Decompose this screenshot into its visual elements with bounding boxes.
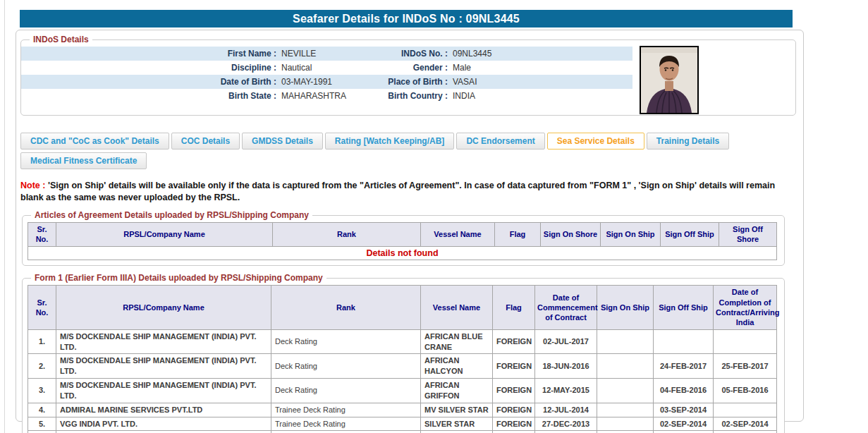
form1-header-row: Sr. No. RPSL/Company Name Rank Vessel Na… xyxy=(28,286,777,329)
column-header-vessel-name: Vessel Name xyxy=(421,286,493,329)
table-row: 5. VGG INDIA PVT. LTD. Trainee Deck Rati… xyxy=(28,417,777,431)
cell-sign-on-ship xyxy=(597,354,654,379)
indos-details-legend: INDoS Details xyxy=(30,35,92,44)
cell-commencement-date: 18-JUN-2016 xyxy=(535,354,597,379)
tab-training-details[interactable]: Training Details xyxy=(647,133,729,150)
cell-completion-date: 25-FEB-2017 xyxy=(714,354,777,379)
table-row: 4. ADMIRAL MARINE SERVICES PVT.LTD Train… xyxy=(28,403,777,417)
table-row: 1. M/S DOCKENDALE SHIP MANAGEMENT (INDIA… xyxy=(28,329,777,354)
indos-row-birth-state: Birth State : MAHARASHTRA Birth Country … xyxy=(21,89,632,103)
cell-vessel: AFRICAN HALCYON xyxy=(421,354,493,379)
tab-dc-endorsement[interactable]: DC Endorsement xyxy=(456,133,544,150)
cell-flag: FOREIGN xyxy=(493,354,535,379)
indos-row-first-name: First Name : NEVILLE INDoS No. : 09NL344… xyxy=(21,47,632,61)
date-of-birth-label: Date of Birth : xyxy=(21,77,276,87)
cell-company: M/S DOCKENDALE SHIP MANAGEMENT (INDIA) P… xyxy=(56,329,271,354)
cell-completion-date: 05-FEB-2016 xyxy=(714,379,777,403)
sign-on-ship-note: Note : 'Sign on Ship' details will be av… xyxy=(20,180,782,203)
cell-company: VGG INDIA PVT. LTD. xyxy=(56,417,271,431)
cell-sign-off-ship: 24-FEB-2017 xyxy=(654,354,714,379)
page-left-edge xyxy=(4,0,5,433)
page-title: Seafarer Details for INDoS No : 09NL3445 xyxy=(20,10,793,28)
tab-gmdss-details[interactable]: GMDSS Details xyxy=(242,133,323,150)
cell-sign-off-ship xyxy=(654,329,714,354)
tab-coc-details[interactable]: COC Details xyxy=(171,133,240,150)
cell-completion-date: 02-SEP-2014 xyxy=(714,417,777,431)
discipline-value: Nautical xyxy=(276,63,360,73)
tab-bar: CDC and "CoC as Cook" Details COC Detail… xyxy=(20,133,803,150)
column-header-rpsl-company-name: RPSL/Company Name xyxy=(56,223,273,247)
first-name-value: NEVILLE xyxy=(276,49,360,59)
cell-flag: FOREIGN xyxy=(493,329,535,354)
articles-of-agreement-table: Sr. No. RPSL/Company Name Rank Vessel Na… xyxy=(27,222,777,260)
cell-completion-date xyxy=(714,329,777,354)
cell-vessel: AFRICAN BLUE CRANE xyxy=(421,329,493,354)
indos-details-rows: First Name : NEVILLE INDoS No. : 09NL344… xyxy=(21,47,632,103)
column-header-rpsl-company-name: RPSL/Company Name xyxy=(56,286,271,329)
form1-legend: Form 1 (Earlier Form IIIA) Details uploa… xyxy=(31,273,326,283)
column-header-date-of-commencement: Date of Commencement of Contract xyxy=(535,286,597,329)
table-row: 2. M/S DOCKENDALE SHIP MANAGEMENT (INDIA… xyxy=(28,354,777,379)
articles-header-row: Sr. No. RPSL/Company Name Rank Vessel Na… xyxy=(28,223,777,247)
note-text: 'Sign on Ship' details will be available… xyxy=(20,181,775,202)
indos-row-birth-date: Date of Birth : 03-MAY-1991 Place of Bir… xyxy=(21,75,632,89)
main-container: INDoS Details First Name : NEVILLE INDoS… xyxy=(16,30,804,422)
column-header-sign-off-ship: Sign Off Ship xyxy=(661,223,719,247)
cell-sign-on-ship xyxy=(597,329,654,354)
cell-commencement-date: 12-JUL-2014 xyxy=(535,403,597,417)
cell-flag: FOREIGN xyxy=(493,403,535,417)
gender-value: Male xyxy=(448,63,632,73)
table-row: 3. M/S DOCKENDALE SHIP MANAGEMENT (INDIA… xyxy=(28,379,777,403)
tab-rating-watch-keeping-ab[interactable]: Rating [Watch Keeping/AB] xyxy=(325,133,455,150)
gender-label: Gender : xyxy=(360,63,448,73)
cell-commencement-date: 12-MAY-2015 xyxy=(535,379,597,403)
cell-sign-on-ship xyxy=(597,417,654,431)
birth-state-label: Birth State : xyxy=(21,91,276,101)
cell-flag: FOREIGN xyxy=(493,379,535,403)
cell-vessel: AFRICAN GRIFFON xyxy=(421,379,493,403)
birth-country-label: Birth Country : xyxy=(360,91,448,101)
form1-section: Form 1 (Earlier Form IIIA) Details uploa… xyxy=(22,278,785,433)
cell-rank: Deck Rating xyxy=(271,354,421,379)
column-header-sign-on-shore: Sign On Shore xyxy=(541,223,601,247)
date-of-birth-value: 03-MAY-1991 xyxy=(276,77,360,87)
cell-sign-off-ship: 02-SEP-2014 xyxy=(654,417,714,431)
column-header-flag: Flag xyxy=(495,223,541,247)
tab-bar-second-row: Medical Fitness Certificate xyxy=(20,152,803,169)
birth-state-value: MAHARASHTRA xyxy=(276,91,360,101)
indos-no-value: 09NL3445 xyxy=(448,49,632,59)
cell-sr-no: 1. xyxy=(28,329,56,354)
place-of-birth-value: VASAI xyxy=(448,77,632,87)
indos-no-label: INDoS No. : xyxy=(360,49,448,59)
column-header-date-of-completion: Date of Completion of Contract/Arriving … xyxy=(714,286,777,329)
articles-empty-row: Details not found xyxy=(28,246,777,260)
column-header-sign-on-ship: Sign On Ship xyxy=(597,286,654,329)
column-header-sr-no: Sr. No. xyxy=(28,223,56,247)
tab-medical-fitness-certificate[interactable]: Medical Fitness Certificate xyxy=(20,152,147,169)
cell-sr-no: 4. xyxy=(28,403,56,417)
cell-sr-no: 5. xyxy=(28,417,56,431)
cell-vessel: MV SILVER STAR xyxy=(421,403,493,417)
seafarer-photo xyxy=(640,46,699,114)
tab-sea-service-details[interactable]: Sea Service Details xyxy=(547,133,644,150)
cell-rank: Trainee Deck Rating xyxy=(271,403,421,417)
cell-company: M/S DOCKENDALE SHIP MANAGEMENT (INDIA) P… xyxy=(56,379,271,403)
place-of-birth-label: Place of Birth : xyxy=(360,77,448,87)
cell-sign-on-ship xyxy=(597,403,654,417)
cell-rank: Deck Rating xyxy=(271,329,421,354)
cell-sign-off-ship: 03-SEP-2014 xyxy=(654,403,714,417)
cell-sign-off-ship: 04-FEB-2016 xyxy=(654,379,714,403)
column-header-vessel-name: Vessel Name xyxy=(421,223,495,247)
indos-details-section: INDoS Details First Name : NEVILLE INDoS… xyxy=(20,39,796,116)
tab-cdc-coc-as-cook-details[interactable]: CDC and "CoC as Cook" Details xyxy=(20,133,169,150)
cell-rank: Trainee Deck Rating xyxy=(271,417,421,431)
cell-rank: Deck Rating xyxy=(271,379,421,403)
discipline-label: Discipline : xyxy=(21,63,276,73)
articles-of-agreement-section: Articles of Agreement Details uploaded b… xyxy=(22,215,785,266)
cell-commencement-date: 27-DEC-2013 xyxy=(535,417,597,431)
cell-company: ADMIRAL MARINE SERVICES PVT.LTD xyxy=(56,403,271,417)
column-header-rank: Rank xyxy=(273,223,421,247)
form1-table: Sr. No. RPSL/Company Name Rank Vessel Na… xyxy=(27,285,777,433)
column-header-sign-on-ship: Sign On Ship xyxy=(601,223,661,247)
indos-row-discipline: Discipline : Nautical Gender : Male xyxy=(21,61,632,75)
